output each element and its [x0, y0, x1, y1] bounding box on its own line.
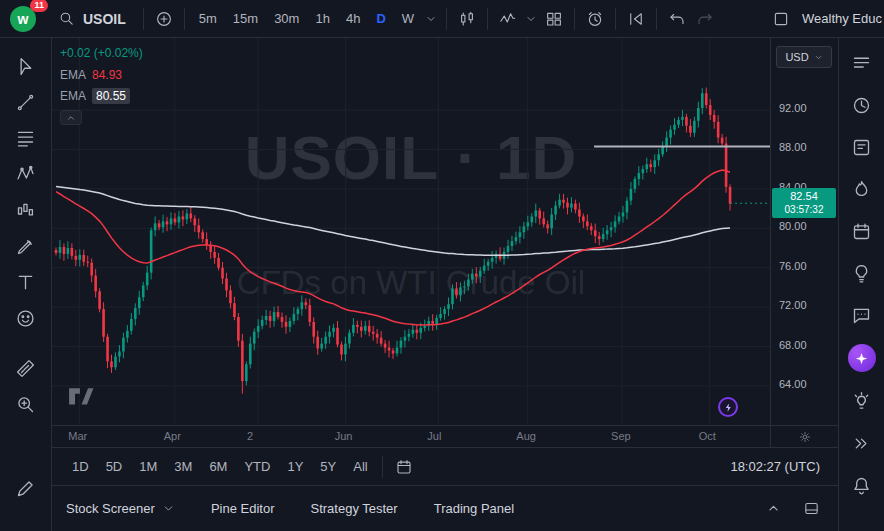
price-change-text: +0.02 (+0.02%)	[60, 46, 143, 60]
date-range-toolbar: 1D 5D 1M 3M 6M YTD 1Y 5Y All 18:02:27 (U…	[52, 447, 838, 485]
panel-maximize-button[interactable]	[798, 495, 824, 523]
ideas-bulb-button[interactable]	[848, 260, 876, 286]
range-1m[interactable]: 1M	[131, 456, 165, 477]
bar-replay-button[interactable]	[623, 5, 649, 33]
divider	[574, 8, 575, 30]
time-axis-label: Aug	[516, 430, 536, 442]
emoji-smiley-icon	[15, 308, 36, 329]
alert-button[interactable]	[582, 5, 608, 33]
calendar-button[interactable]	[848, 218, 876, 244]
chart-badge-button[interactable]	[718, 397, 738, 417]
chevron-up-icon	[765, 500, 782, 517]
brush-tool-button[interactable]	[9, 234, 43, 258]
panel-expand-button[interactable]	[760, 495, 786, 523]
price-axis[interactable]: USD 82.54 03:57:32 92.0088.0084.0080.007…	[770, 38, 838, 425]
tab-trading-panel[interactable]: Trading Panel	[434, 501, 514, 516]
flame-icon	[851, 179, 872, 200]
tab-stock-screener[interactable]: Stock Screener	[66, 501, 175, 516]
range-5d[interactable]: 5D	[98, 456, 131, 477]
range-all[interactable]: All	[345, 456, 375, 477]
price-axis-label: 80.00	[779, 220, 807, 232]
chevron-down-icon	[425, 13, 437, 25]
pattern-tool-button[interactable]	[9, 162, 43, 186]
range-3m[interactable]: 3M	[166, 456, 200, 477]
axis-settings-button[interactable]	[770, 426, 838, 447]
range-ytd[interactable]: YTD	[236, 456, 278, 477]
clock-icon	[851, 95, 872, 116]
edit-tool-button[interactable]	[9, 476, 43, 500]
chevron-down-icon	[814, 53, 823, 62]
watchlist-icon	[851, 53, 872, 74]
cursor-tool-button[interactable]	[9, 54, 43, 78]
interval-1h[interactable]: 1h	[308, 5, 336, 33]
legend-collapse-button[interactable]	[60, 110, 82, 125]
save-layout-button[interactable]	[768, 5, 794, 33]
streams-button[interactable]	[848, 430, 876, 456]
ideas-button[interactable]	[848, 134, 876, 160]
notes-icon	[851, 137, 872, 158]
alerts-button[interactable]	[848, 92, 876, 118]
interval-1d[interactable]: D	[369, 5, 392, 33]
chat-bubble-icon	[851, 305, 872, 326]
chart-row: USOIL · 1D CFDs on WTI Crude Oil +0.02 (…	[52, 38, 838, 425]
ema-fast-legend-row[interactable]: EMA 84.93	[60, 68, 122, 82]
go-to-date-button[interactable]	[389, 458, 419, 476]
chart-style-button[interactable]	[454, 5, 480, 33]
zoom-tool-button[interactable]	[9, 392, 43, 416]
tab-strategy-tester[interactable]: Strategy Tester	[310, 501, 397, 516]
watchlist-button[interactable]	[848, 50, 876, 76]
ema-slow-legend-row[interactable]: EMA 80.55	[60, 88, 130, 104]
trend-line-tool-button[interactable]	[9, 90, 43, 114]
interval-30m[interactable]: 30m	[267, 5, 306, 33]
range-6m[interactable]: 6M	[201, 456, 235, 477]
range-1d[interactable]: 1D	[64, 456, 97, 477]
interval-menu-button[interactable]	[423, 5, 439, 33]
divider	[446, 8, 447, 30]
plus-circle-icon	[155, 10, 173, 28]
indicators-button[interactable]	[495, 5, 521, 33]
lightbulb-icon	[851, 263, 872, 284]
notifications-button[interactable]	[848, 472, 876, 498]
tradingview-logo-button[interactable]	[66, 384, 96, 413]
undo-button[interactable]	[664, 5, 690, 33]
chat-button[interactable]	[848, 302, 876, 328]
time-axis-label: 2	[247, 430, 253, 442]
time-axis-label: Mar	[68, 430, 87, 442]
range-1y[interactable]: 1Y	[279, 456, 311, 477]
chart-canvas[interactable]: USOIL · 1D CFDs on WTI Crude Oil +0.02 (…	[52, 38, 770, 425]
redo-button[interactable]	[692, 5, 718, 33]
currency-dropdown[interactable]: USD	[776, 46, 832, 68]
prediction-tool-button[interactable]	[9, 198, 43, 222]
layout-grid-button[interactable]	[541, 5, 567, 33]
xabcd-pattern-icon	[15, 164, 36, 185]
interval-5m[interactable]: 5m	[192, 5, 224, 33]
zoom-in-icon	[15, 394, 36, 415]
layout-name[interactable]: Wealthy Educ	[802, 11, 882, 26]
time-axis[interactable]: MarApr2JunJulAugSepOct	[52, 425, 838, 447]
streams-icon	[851, 433, 872, 454]
symbol-search-button[interactable]: USOIL	[48, 5, 136, 33]
emoji-tool-button[interactable]	[9, 306, 43, 330]
range-5y[interactable]: 5Y	[312, 456, 344, 477]
time-axis-label: Oct	[699, 430, 716, 442]
indicators-menu-button[interactable]	[523, 5, 539, 33]
inspiration-button[interactable]	[848, 388, 876, 414]
interval-15m[interactable]: 15m	[226, 5, 265, 33]
price-axis-label: 64.00	[779, 378, 807, 390]
divider	[487, 8, 488, 30]
divider	[143, 8, 144, 30]
fib-tool-button[interactable]	[9, 126, 43, 150]
price-axis-label: 92.00	[779, 102, 807, 114]
ruler-tool-button[interactable]	[9, 356, 43, 380]
text-tool-button[interactable]	[9, 270, 43, 294]
account-logo-button[interactable]: w 11	[8, 3, 46, 35]
interval-4h[interactable]: 4h	[339, 5, 367, 33]
hotlists-button[interactable]	[848, 176, 876, 202]
candles-icon	[458, 10, 476, 28]
clock-utc[interactable]: 18:02:27 (UTC)	[724, 458, 826, 475]
compare-add-button[interactable]	[151, 5, 177, 33]
ai-assistant-button[interactable]	[848, 344, 876, 372]
tab-pine-editor[interactable]: Pine Editor	[211, 501, 275, 516]
time-axis-labels: MarApr2JunJulAugSepOct	[52, 426, 770, 447]
interval-1w[interactable]: W	[395, 5, 421, 33]
